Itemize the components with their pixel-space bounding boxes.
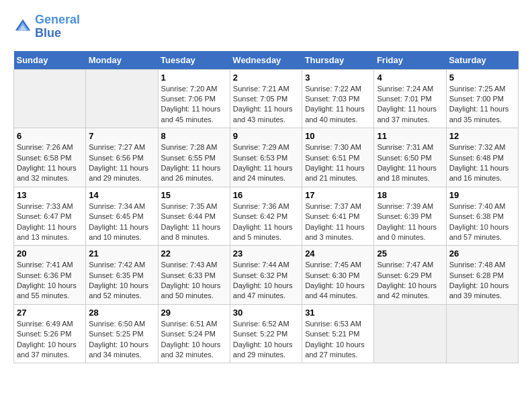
- calendar-table: SundayMondayTuesdayWednesdayThursdayFrid…: [13, 51, 519, 364]
- day-info: Sunrise: 7:30 AM Sunset: 6:51 PM Dayligh…: [305, 142, 371, 184]
- day-info: Sunrise: 7:29 AM Sunset: 6:53 PM Dayligh…: [233, 142, 299, 184]
- day-number: 12: [449, 131, 515, 141]
- day-info: Sunrise: 7:36 AM Sunset: 6:42 PM Dayligh…: [233, 201, 299, 243]
- day-number: 13: [17, 190, 83, 200]
- day-number: 30: [233, 308, 299, 318]
- day-number: 8: [161, 131, 227, 141]
- page-header: General Blue: [13, 13, 519, 40]
- col-header-monday: Monday: [86, 51, 158, 70]
- col-header-friday: Friday: [374, 51, 446, 70]
- calendar-cell: [374, 304, 446, 363]
- day-info: Sunrise: 6:53 AM Sunset: 5:21 PM Dayligh…: [305, 319, 371, 361]
- day-number: 16: [233, 190, 299, 200]
- logo: General Blue: [13, 13, 80, 40]
- day-info: Sunrise: 7:40 AM Sunset: 6:38 PM Dayligh…: [449, 201, 515, 243]
- day-number: 5: [449, 73, 515, 83]
- calendar-week-5: 27 Sunrise: 6:49 AM Sunset: 5:26 PM Dayl…: [14, 304, 519, 363]
- day-number: 3: [305, 73, 371, 83]
- day-info: Sunrise: 7:48 AM Sunset: 6:28 PM Dayligh…: [449, 260, 515, 302]
- calendar-cell: 13 Sunrise: 7:33 AM Sunset: 6:47 PM Dayl…: [14, 187, 86, 246]
- day-number: 29: [161, 308, 227, 318]
- day-number: 22: [161, 248, 227, 259]
- calendar-cell: 4 Sunrise: 7:24 AM Sunset: 7:01 PM Dayli…: [374, 69, 446, 128]
- calendar-cell: 8 Sunrise: 7:28 AM Sunset: 6:55 PM Dayli…: [158, 128, 230, 187]
- day-info: Sunrise: 6:51 AM Sunset: 5:24 PM Dayligh…: [161, 319, 227, 361]
- day-info: Sunrise: 6:49 AM Sunset: 5:26 PM Dayligh…: [17, 319, 83, 361]
- day-info: Sunrise: 7:47 AM Sunset: 6:29 PM Dayligh…: [377, 260, 443, 302]
- logo-text2: Blue: [35, 27, 80, 40]
- day-number: 11: [377, 131, 443, 141]
- calendar-cell: 6 Sunrise: 7:26 AM Sunset: 6:58 PM Dayli…: [14, 128, 86, 187]
- day-info: Sunrise: 6:52 AM Sunset: 5:22 PM Dayligh…: [233, 319, 299, 361]
- calendar-week-4: 20 Sunrise: 7:41 AM Sunset: 6:36 PM Dayl…: [14, 246, 519, 305]
- day-info: Sunrise: 7:21 AM Sunset: 7:05 PM Dayligh…: [233, 84, 299, 126]
- day-number: 14: [89, 190, 154, 200]
- calendar-cell: [446, 304, 518, 363]
- day-info: Sunrise: 7:44 AM Sunset: 6:32 PM Dayligh…: [233, 260, 299, 302]
- day-info: Sunrise: 7:34 AM Sunset: 6:45 PM Dayligh…: [89, 201, 154, 243]
- day-info: Sunrise: 7:33 AM Sunset: 6:47 PM Dayligh…: [17, 201, 83, 243]
- calendar-cell: 27 Sunrise: 6:49 AM Sunset: 5:26 PM Dayl…: [14, 304, 86, 363]
- calendar-cell: 31 Sunrise: 6:53 AM Sunset: 5:21 PM Dayl…: [302, 304, 374, 363]
- day-number: 20: [17, 248, 83, 259]
- calendar-cell: 20 Sunrise: 7:41 AM Sunset: 6:36 PM Dayl…: [14, 246, 86, 305]
- calendar-cell: 12 Sunrise: 7:32 AM Sunset: 6:48 PM Dayl…: [446, 128, 518, 187]
- day-info: Sunrise: 7:22 AM Sunset: 7:03 PM Dayligh…: [305, 84, 371, 126]
- calendar-cell: 15 Sunrise: 7:35 AM Sunset: 6:44 PM Dayl…: [158, 187, 230, 246]
- day-info: Sunrise: 7:32 AM Sunset: 6:48 PM Dayligh…: [449, 142, 515, 184]
- calendar-cell: 26 Sunrise: 7:48 AM Sunset: 6:28 PM Dayl…: [446, 246, 518, 305]
- col-header-wednesday: Wednesday: [230, 51, 302, 70]
- day-number: 23: [233, 248, 299, 259]
- calendar-cell: 22 Sunrise: 7:43 AM Sunset: 6:33 PM Dayl…: [158, 246, 230, 305]
- day-info: Sunrise: 7:42 AM Sunset: 6:35 PM Dayligh…: [89, 260, 154, 302]
- day-number: 9: [233, 131, 299, 141]
- day-number: 31: [305, 308, 371, 318]
- calendar-header-row: SundayMondayTuesdayWednesdayThursdayFrid…: [14, 51, 519, 70]
- day-info: Sunrise: 7:20 AM Sunset: 7:06 PM Dayligh…: [161, 84, 227, 126]
- calendar-cell: 1 Sunrise: 7:20 AM Sunset: 7:06 PM Dayli…: [158, 69, 230, 128]
- day-number: 1: [161, 73, 227, 83]
- day-info: Sunrise: 7:39 AM Sunset: 6:39 PM Dayligh…: [377, 201, 443, 243]
- calendar-cell: 5 Sunrise: 7:25 AM Sunset: 7:00 PM Dayli…: [446, 69, 518, 128]
- calendar-week-2: 6 Sunrise: 7:26 AM Sunset: 6:58 PM Dayli…: [14, 128, 519, 187]
- day-number: 7: [89, 131, 154, 141]
- day-info: Sunrise: 7:37 AM Sunset: 6:41 PM Dayligh…: [305, 201, 371, 243]
- calendar-cell: [14, 69, 86, 128]
- calendar-cell: 7 Sunrise: 7:27 AM Sunset: 6:56 PM Dayli…: [86, 128, 158, 187]
- calendar-cell: 2 Sunrise: 7:21 AM Sunset: 7:05 PM Dayli…: [230, 69, 302, 128]
- calendar-cell: 29 Sunrise: 6:51 AM Sunset: 5:24 PM Dayl…: [158, 304, 230, 363]
- calendar-week-3: 13 Sunrise: 7:33 AM Sunset: 6:47 PM Dayl…: [14, 187, 519, 246]
- day-info: Sunrise: 7:27 AM Sunset: 6:56 PM Dayligh…: [89, 142, 154, 184]
- calendar-cell: 16 Sunrise: 7:36 AM Sunset: 6:42 PM Dayl…: [230, 187, 302, 246]
- col-header-sunday: Sunday: [14, 51, 86, 70]
- day-info: Sunrise: 7:25 AM Sunset: 7:00 PM Dayligh…: [449, 84, 515, 126]
- day-info: Sunrise: 6:50 AM Sunset: 5:25 PM Dayligh…: [89, 319, 154, 361]
- calendar-cell: 10 Sunrise: 7:30 AM Sunset: 6:51 PM Dayl…: [302, 128, 374, 187]
- day-number: 27: [17, 308, 83, 318]
- calendar-cell: 18 Sunrise: 7:39 AM Sunset: 6:39 PM Dayl…: [374, 187, 446, 246]
- calendar-cell: 9 Sunrise: 7:29 AM Sunset: 6:53 PM Dayli…: [230, 128, 302, 187]
- calendar-week-1: 1 Sunrise: 7:20 AM Sunset: 7:06 PM Dayli…: [14, 69, 519, 128]
- calendar-cell: 14 Sunrise: 7:34 AM Sunset: 6:45 PM Dayl…: [86, 187, 158, 246]
- day-info: Sunrise: 7:26 AM Sunset: 6:58 PM Dayligh…: [17, 142, 83, 184]
- day-number: 26: [449, 248, 515, 259]
- calendar-cell: 24 Sunrise: 7:45 AM Sunset: 6:30 PM Dayl…: [302, 246, 374, 305]
- calendar-cell: 19 Sunrise: 7:40 AM Sunset: 6:38 PM Dayl…: [446, 187, 518, 246]
- calendar-cell: 28 Sunrise: 6:50 AM Sunset: 5:25 PM Dayl…: [86, 304, 158, 363]
- day-number: 24: [305, 248, 371, 259]
- col-header-saturday: Saturday: [446, 51, 518, 70]
- calendar-cell: 30 Sunrise: 6:52 AM Sunset: 5:22 PM Dayl…: [230, 304, 302, 363]
- day-info: Sunrise: 7:35 AM Sunset: 6:44 PM Dayligh…: [161, 201, 227, 243]
- logo-text: General: [35, 13, 80, 27]
- day-number: 10: [305, 131, 371, 141]
- day-number: 28: [89, 308, 154, 318]
- day-number: 15: [161, 190, 227, 200]
- day-number: 25: [377, 248, 443, 259]
- day-number: 18: [377, 190, 443, 200]
- day-number: 6: [17, 131, 83, 141]
- calendar-cell: 23 Sunrise: 7:44 AM Sunset: 6:32 PM Dayl…: [230, 246, 302, 305]
- calendar-cell: [86, 69, 158, 128]
- col-header-tuesday: Tuesday: [158, 51, 230, 70]
- day-info: Sunrise: 7:28 AM Sunset: 6:55 PM Dayligh…: [161, 142, 227, 184]
- day-number: 19: [449, 190, 515, 200]
